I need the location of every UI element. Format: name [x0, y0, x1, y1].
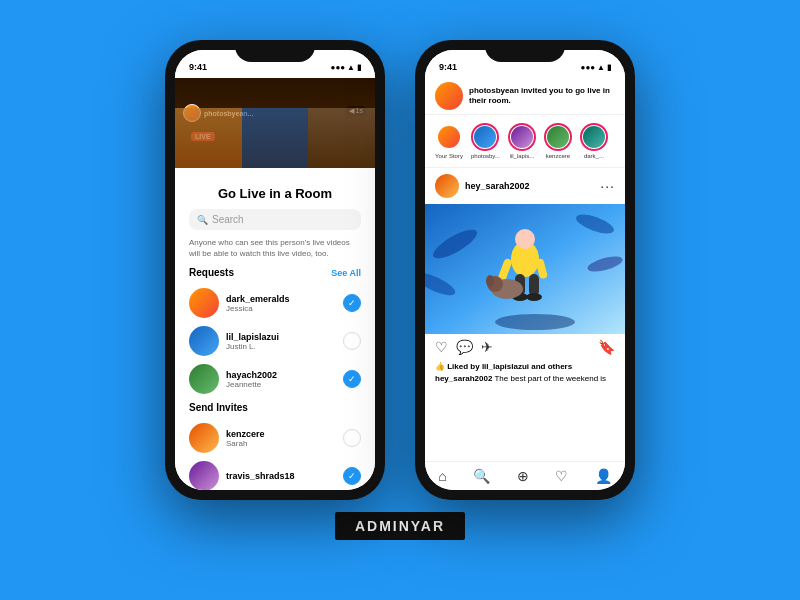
invite-name-1: kenzcere	[226, 429, 336, 439]
svg-rect-12	[529, 274, 539, 296]
notification-text: photosbyean invited you to go live in th…	[469, 86, 615, 107]
invite-check-1[interactable]	[343, 429, 361, 447]
invite-info-1: kenzcere Sarah	[226, 429, 336, 448]
your-story-avatar-inner	[438, 126, 460, 148]
stories-row: Your Story photosby... lil_lapis...	[425, 115, 625, 168]
modal-sheet: Go Live in a Room 🔍 Search Anyone who ca…	[175, 168, 375, 490]
user-handle-1: Jessica	[226, 304, 336, 313]
story-3[interactable]: kenzcere	[544, 123, 572, 159]
save-icon[interactable]: 🔖	[598, 339, 615, 355]
story-avatar-inner-4	[583, 126, 605, 148]
see-all-button[interactable]: See All	[331, 268, 361, 278]
invite-check-2[interactable]: ✓	[343, 467, 361, 485]
user-name-1: dark_emeralds	[226, 294, 336, 304]
story-avatar-2	[508, 123, 536, 151]
signal-icon: ●●●	[331, 63, 346, 72]
status-icons-right: ●●● ▲ ▮	[581, 63, 611, 72]
invites-section-header: Send Invites	[189, 402, 361, 413]
brand-name: ADMINYAR	[355, 518, 445, 534]
story-4[interactable]: dark_...	[580, 123, 608, 159]
post-username: hey_sarah2002	[465, 181, 594, 191]
post-caption: hey_sarah2002 The best part of the weeke…	[425, 373, 625, 384]
svg-point-14	[526, 293, 542, 301]
user-info-3: hayach2002 Jeannette	[226, 370, 336, 389]
signal-icon-right: ●●●	[581, 63, 596, 72]
check-2[interactable]	[343, 332, 361, 350]
left-phone-inner: 9:41 ●●● ▲ ▮ photosbyean... LIVE ◀ 1s	[175, 50, 375, 490]
post-image-svg	[425, 204, 625, 334]
comment-icon[interactable]: 💬	[456, 339, 473, 355]
story-label-3: kenzcere	[546, 153, 570, 159]
user-info-1: dark_emeralds Jessica	[226, 294, 336, 313]
search-bar[interactable]: 🔍 Search	[189, 209, 361, 230]
notification-bar: photosbyean invited you to go live in th…	[425, 78, 625, 115]
left-phone: 9:41 ●●● ▲ ▮ photosbyean... LIVE ◀ 1s	[165, 40, 385, 500]
check-3[interactable]: ✓	[343, 370, 361, 388]
story-label-2: lil_lapis...	[510, 153, 535, 159]
status-icons-left: ●●● ▲ ▮	[331, 63, 361, 72]
user-name-2: lil_lapislazui	[226, 332, 336, 342]
right-phone: 9:41 ●●● ▲ ▮ photosbyean invited you to …	[415, 40, 635, 500]
svg-point-6	[495, 314, 575, 330]
battery-icon-right: ▮	[607, 63, 611, 72]
nav-search[interactable]: 🔍	[473, 468, 490, 484]
story-avatar-inner-1	[474, 126, 496, 148]
svg-point-8	[515, 229, 535, 249]
svg-point-17	[486, 275, 494, 287]
share-icon[interactable]: ✈	[481, 339, 493, 355]
notch-right	[485, 40, 565, 62]
like-icon[interactable]: ♡	[435, 339, 448, 355]
post-image	[425, 204, 625, 334]
request-user-1[interactable]: dark_emeralds Jessica ✓	[189, 284, 361, 322]
live-video-area: photosbyean... LIVE ◀ 1s	[175, 78, 375, 168]
post-actions: ♡ 💬 ✈ 🔖	[425, 334, 625, 360]
search-placeholder: Search	[212, 214, 244, 225]
modal-title: Go Live in a Room	[189, 186, 361, 201]
user-handle-3: Jeannette	[226, 380, 336, 389]
story-avatar-4	[580, 123, 608, 151]
story-label-1: photosby...	[471, 153, 500, 159]
nav-profile[interactable]: 👤	[595, 468, 612, 484]
notch	[235, 40, 315, 62]
time-right: 9:41	[439, 62, 457, 72]
request-user-2[interactable]: lil_lapislazui Justin L.	[189, 322, 361, 360]
search-icon: 🔍	[197, 215, 208, 225]
check-1[interactable]: ✓	[343, 294, 361, 312]
nav-create[interactable]: ⊕	[517, 468, 529, 484]
privacy-note: Anyone who can see this person's live vi…	[189, 237, 361, 259]
story-avatar-inner-3	[547, 126, 569, 148]
requests-label: Requests	[189, 267, 234, 278]
user-handle-2: Justin L.	[226, 342, 336, 351]
wifi-icon-right: ▲	[597, 63, 605, 72]
story-2[interactable]: lil_lapis...	[508, 123, 536, 159]
nav-home[interactable]: ⌂	[438, 468, 446, 484]
invite-handle-1: Sarah	[226, 439, 336, 448]
invite-user-1[interactable]: kenzcere Sarah	[189, 419, 361, 457]
your-story-avatar	[435, 123, 463, 151]
invite-info-2: travis_shrads18	[226, 471, 336, 481]
notification-username: photosbyean	[469, 86, 519, 95]
invite-user-2[interactable]: travis_shrads18 ✓	[189, 457, 361, 490]
story-your[interactable]: Your Story	[435, 123, 463, 159]
story-avatar-1	[471, 123, 499, 151]
post-more-icon[interactable]: ···	[600, 178, 615, 194]
request-user-3[interactable]: hayach2002 Jeannette ✓	[189, 360, 361, 398]
post-avatar	[435, 174, 459, 198]
battery-icon: ▮	[357, 63, 361, 72]
user-name-3: hayach2002	[226, 370, 336, 380]
invite-avatar-1	[189, 423, 219, 453]
user-avatar-2	[189, 326, 219, 356]
story-1[interactable]: photosby...	[471, 123, 500, 159]
post-header: hey_sarah2002 ···	[425, 168, 625, 204]
invites-label: Send Invites	[189, 402, 248, 413]
user-avatar-3	[189, 364, 219, 394]
user-info-2: lil_lapislazui Justin L.	[226, 332, 336, 351]
your-story-label: Your Story	[435, 153, 463, 159]
story-avatar-3	[544, 123, 572, 151]
invite-name-2: travis_shrads18	[226, 471, 336, 481]
brand-footer: ADMINYAR	[335, 512, 465, 540]
nav-heart[interactable]: ♡	[555, 468, 568, 484]
story-label-4: dark_...	[584, 153, 604, 159]
user-avatar-1	[189, 288, 219, 318]
requests-section-header: Requests See All	[189, 267, 361, 278]
